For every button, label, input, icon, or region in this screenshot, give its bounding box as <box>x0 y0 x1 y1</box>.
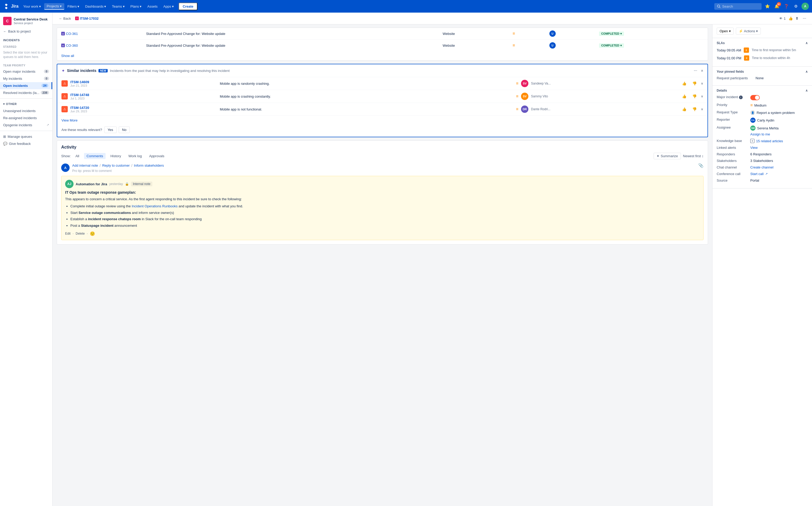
svg-line-1 <box>720 7 721 8</box>
breadcrumb-ticket-link[interactable]: ! ITSM-17032 <box>75 16 99 20</box>
major-incident-toggle[interactable] <box>750 95 760 100</box>
relevance-row: Are these results relevant? Yes No <box>57 124 708 137</box>
summarize-button[interactable]: ✦ Summarize <box>654 153 681 159</box>
incident-link-14609[interactable]: ITSM-14609 <box>70 80 217 84</box>
sidebar-item-opsgenie[interactable]: Opsgenie incidents ↗ <box>0 121 52 129</box>
details-collapse-icon[interactable]: ∧ <box>805 89 808 92</box>
view-more-link[interactable]: View More <box>57 116 708 124</box>
edit-link[interactable]: Edit <box>65 232 71 235</box>
sidebar-item-unassigned[interactable]: Unassigned incidents <box>0 107 52 114</box>
inform-stakeholders-link[interactable]: Inform stakeholders <box>134 164 164 167</box>
filter-all[interactable]: All <box>73 153 82 159</box>
team-priority-label: TEAM PRIORITY <box>0 62 52 68</box>
nav-teams[interactable]: Teams ▾ <box>109 3 127 9</box>
notifications-icon[interactable]: 🔔 9+ <box>773 3 781 10</box>
nav-your-work[interactable]: Your work ▾ <box>20 3 43 9</box>
incident-link-14720[interactable]: ITSM-14720 <box>70 106 217 110</box>
nav-assets[interactable]: Assets <box>145 3 160 9</box>
thumbsdown-button[interactable]: 👎 <box>691 81 698 86</box>
sla-pause-button-1[interactable]: ⏸ <box>744 48 749 53</box>
create-button[interactable]: Create <box>178 3 198 10</box>
search-box[interactable] <box>714 3 761 10</box>
request-participants-row: Request participants None <box>717 76 808 80</box>
status-badge-co360[interactable]: COMPLETED ▾ <box>599 43 624 48</box>
open-status-button[interactable]: Open ▾ <box>717 27 734 35</box>
watch-button[interactable]: 👁 1 <box>779 16 786 20</box>
thumbsup-button[interactable]: 👍 <box>680 81 688 86</box>
jira-logo[interactable]: Jira <box>3 3 18 9</box>
conference-call-row: Conference call Start call ↗ <box>717 172 808 176</box>
whatsnew-icon[interactable]: ⭐ <box>764 3 771 10</box>
start-call-link[interactable]: Start call <box>750 172 764 176</box>
pinned-fields-title[interactable]: Your pinned fields ∧ <box>717 70 808 74</box>
sla-item-2: Today 01:00 PM ⏸ Time to resolution with… <box>717 55 808 61</box>
attach-button[interactable]: 📎 <box>698 163 704 168</box>
share-button[interactable]: ⬆ <box>796 16 799 20</box>
create-channel-link[interactable]: Create channel <box>750 165 773 169</box>
collapse-icon[interactable]: ∧ <box>701 69 703 72</box>
assign-to-me-link[interactable]: Assign to me <box>750 132 770 136</box>
sidebar-manage-queues[interactable]: ⊞ Manage queues <box>0 133 52 140</box>
reporter-avatar: CA <box>750 117 755 123</box>
like-button[interactable]: 👍 <box>788 16 793 20</box>
user-avatar[interactable]: A <box>802 3 809 10</box>
sidebar-give-feedback[interactable]: 💬 Give feedback <box>0 140 52 147</box>
external-link-icon: ↗ <box>47 123 49 127</box>
internal-note-badge: Internal note <box>131 182 152 186</box>
filter-approvals[interactable]: Approvals <box>147 153 167 159</box>
filter-history[interactable]: History <box>108 153 124 159</box>
slas-title[interactable]: SLAs ∧ <box>717 41 808 45</box>
expand-item-icon[interactable]: ∨ <box>701 82 703 85</box>
other-toggle[interactable]: ▾ OTHER <box>0 101 52 107</box>
nav-dashboards[interactable]: Dashboards ▾ <box>82 3 109 9</box>
status-badge-co361[interactable]: COMPLETED ▾ <box>599 31 624 36</box>
actions-button[interactable]: ⚡ Actions ▾ <box>736 27 761 35</box>
sla-pause-button-2[interactable]: ⏸ <box>744 55 749 61</box>
major-incident-info-icon[interactable]: i <box>739 95 743 99</box>
similar-more-button[interactable]: ··· <box>692 68 699 74</box>
back-to-project[interactable]: ← Back to project <box>0 27 52 35</box>
add-internal-note-link[interactable]: Add internal note <box>72 164 98 167</box>
reply-to-customer-link[interactable]: Reply to customer <box>102 164 130 167</box>
sort-button[interactable]: Newest first ↕ <box>683 154 704 158</box>
slas-collapse-icon[interactable]: ∧ <box>805 41 808 45</box>
relevance-yes-button[interactable]: Yes <box>104 126 117 133</box>
thumbsup-button[interactable]: 👍 <box>680 93 688 99</box>
incident-link-14748[interactable]: ITSM-14748 <box>70 93 217 97</box>
details-title[interactable]: Details ∧ <box>717 89 808 92</box>
filter-comments[interactable]: Comments <box>84 153 106 159</box>
search-input[interactable] <box>722 4 756 8</box>
delete-link[interactable]: Delete <box>76 232 85 235</box>
help-icon[interactable]: ❓ <box>783 3 790 10</box>
thumbsdown-button[interactable]: 👎 <box>691 106 698 112</box>
expand-item-icon[interactable]: ∨ <box>701 107 703 111</box>
show-all-link[interactable]: Show all <box>57 51 708 60</box>
change-link-co360[interactable]: ▲ CO-360 <box>61 44 138 48</box>
sidebar-item-open-incidents[interactable]: Open incidents 24 <box>0 82 52 89</box>
runbooks-link[interactable]: Incident Operations Runbooks <box>132 204 177 208</box>
emoji-reaction-button[interactable]: 🙂 <box>90 231 95 236</box>
change-link-co361[interactable]: ▲ CO-361 <box>61 32 138 36</box>
breadcrumb-back-button[interactable]: ← Back <box>57 15 73 21</box>
comment-body: This appears to concern a critical servi… <box>65 196 699 229</box>
linked-alerts-link[interactable]: View <box>750 146 758 150</box>
filter-worklog[interactable]: Work log <box>126 153 144 159</box>
thumbsup-button[interactable]: 👍 <box>680 106 688 112</box>
sidebar-item-open-major[interactable]: Open major incidents 0 <box>0 68 52 75</box>
back-arrow-icon: ← <box>3 29 7 33</box>
stakeholders-row: Stakeholders 3 Stakeholders <box>717 159 808 163</box>
expand-item-icon[interactable]: ∨ <box>701 94 703 98</box>
nav-projects[interactable]: Projects ▾ <box>44 3 64 10</box>
sidebar-item-my-incidents[interactable]: My incidents 0 <box>0 75 52 82</box>
sidebar-item-resolved-incidents[interactable]: Resolved incidents (la... 238 <box>0 89 52 96</box>
nav-apps[interactable]: Apps ▾ <box>161 3 176 9</box>
settings-icon[interactable]: ⚙ <box>792 3 799 10</box>
relevance-no-button[interactable]: No <box>119 126 130 133</box>
thumbsdown-button[interactable]: 👎 <box>691 93 698 99</box>
nav-filters[interactable]: Filters ▾ <box>65 3 82 9</box>
sidebar-item-reassigned[interactable]: Re-assigned incidents <box>0 114 52 121</box>
nav-plans[interactable]: Plans ▾ <box>128 3 144 9</box>
pinned-fields-collapse-icon[interactable]: ∧ <box>805 70 808 74</box>
knowledge-base-link[interactable]: 15 related articles <box>756 139 783 143</box>
more-options-button[interactable]: ··· <box>801 15 808 21</box>
